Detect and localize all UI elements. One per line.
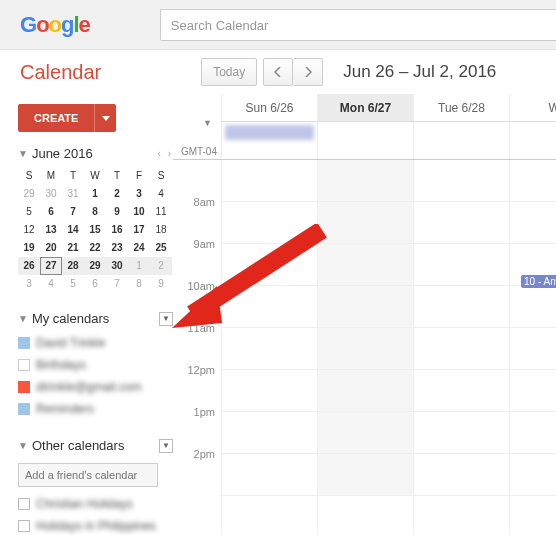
add-friend-input[interactable] — [18, 463, 158, 487]
mini-cal-day[interactable]: 30 — [40, 185, 62, 203]
mini-cal-day[interactable]: 13 — [40, 221, 62, 239]
time-label: 2pm — [173, 448, 221, 490]
today-button[interactable]: Today — [201, 58, 257, 86]
mini-cal-day[interactable]: 6 — [84, 275, 106, 293]
allday-collapse-icon[interactable]: ▼ — [203, 118, 212, 128]
my-calendars-menu-button[interactable]: ▼ — [159, 312, 173, 326]
mini-cal-day[interactable]: 31 — [62, 185, 84, 203]
prev-week-button[interactable] — [263, 58, 293, 86]
day-column[interactable] — [317, 160, 413, 535]
mini-cal-day[interactable]: 11 — [150, 203, 172, 221]
calendar-name: Reminders — [36, 402, 94, 416]
mini-cal-day[interactable]: 21 — [62, 239, 84, 257]
other-calendars-menu-button[interactable]: ▼ — [159, 439, 173, 453]
mini-cal-day[interactable]: 16 — [106, 221, 128, 239]
create-dropdown-button[interactable] — [94, 104, 116, 132]
allday-cell[interactable] — [509, 122, 556, 159]
mini-cal-day[interactable]: 2 — [150, 257, 172, 275]
mini-cal-day[interactable]: 22 — [84, 239, 106, 257]
mini-cal-day[interactable]: 2 — [106, 185, 128, 203]
mini-cal-day[interactable]: 7 — [62, 203, 84, 221]
mini-cal-day[interactable]: 3 — [18, 275, 40, 293]
search-input[interactable]: Search Calendar — [160, 9, 556, 41]
mini-cal-day[interactable]: 4 — [150, 185, 172, 203]
day-header[interactable]: Tue 6/28 — [413, 94, 509, 121]
calendar-name: David Trinkle — [36, 336, 105, 350]
mini-cal-dow: F — [128, 167, 150, 185]
mini-cal-day[interactable]: 19 — [18, 239, 40, 257]
mini-cal-day[interactable]: 20 — [40, 239, 62, 257]
day-header[interactable]: Mon 6/27 — [317, 94, 413, 121]
time-label: 11am — [173, 322, 221, 364]
mini-cal-day[interactable]: 8 — [84, 203, 106, 221]
app-title: Calendar — [20, 61, 101, 84]
mini-cal-day[interactable]: 4 — [40, 275, 62, 293]
mini-cal-day[interactable]: 29 — [84, 257, 106, 275]
day-column[interactable] — [221, 160, 317, 535]
mini-cal-day[interactable]: 9 — [106, 203, 128, 221]
mini-cal-day[interactable]: 12 — [18, 221, 40, 239]
time-label — [173, 154, 221, 196]
calendar-list-item[interactable]: Christian Holidays — [18, 493, 173, 515]
mini-calendar: SMTWTFS293031123456789101112131415161718… — [18, 167, 173, 293]
time-label: 8am — [173, 196, 221, 238]
mini-cal-month: June 2016 — [32, 146, 93, 161]
time-label: 9am — [173, 238, 221, 280]
calendar-list-item[interactable]: dtrinkle@gmail.com — [18, 376, 173, 398]
day-header[interactable]: Sun 6/26 — [221, 94, 317, 121]
mini-cal-collapse-icon[interactable]: ▼ — [18, 148, 28, 159]
calendar-name: Christian Holidays — [36, 497, 133, 511]
calendar-checkbox[interactable] — [18, 498, 30, 510]
mini-cal-day[interactable]: 3 — [128, 185, 150, 203]
mini-cal-day[interactable]: 23 — [106, 239, 128, 257]
mini-cal-next-button[interactable]: › — [168, 148, 171, 159]
mini-cal-day[interactable]: 30 — [106, 257, 128, 275]
mini-cal-dow: T — [62, 167, 84, 185]
day-column[interactable] — [413, 160, 509, 535]
day-header[interactable]: We — [509, 94, 556, 121]
calendar-checkbox[interactable] — [18, 520, 30, 532]
mini-cal-day[interactable]: 25 — [150, 239, 172, 257]
mini-cal-prev-button[interactable]: ‹ — [158, 148, 161, 159]
mini-cal-day[interactable]: 1 — [128, 257, 150, 275]
mini-cal-day[interactable]: 5 — [18, 203, 40, 221]
other-calendars-collapse-icon[interactable]: ▼ — [18, 440, 28, 451]
mini-cal-day[interactable]: 5 — [62, 275, 84, 293]
mini-cal-day[interactable]: 1 — [84, 185, 106, 203]
allday-cell[interactable] — [413, 122, 509, 159]
create-button[interactable]: CREATE — [18, 104, 94, 132]
mini-cal-day[interactable]: 28 — [62, 257, 84, 275]
next-week-button[interactable] — [293, 58, 323, 86]
my-calendars-collapse-icon[interactable]: ▼ — [18, 313, 28, 324]
calendar-list-item[interactable]: Holidays in Philippines — [18, 515, 173, 535]
calendar-name: Birthdays — [36, 358, 86, 372]
allday-cell[interactable] — [317, 122, 413, 159]
calendar-name: Holidays in Philippines — [36, 519, 156, 533]
mini-cal-day[interactable]: 7 — [106, 275, 128, 293]
allday-cell[interactable] — [221, 122, 317, 159]
time-label: 1pm — [173, 406, 221, 448]
mini-cal-day[interactable]: 27 — [40, 257, 62, 275]
time-label: 10am — [173, 280, 221, 322]
mini-cal-day[interactable]: 17 — [128, 221, 150, 239]
calendar-name: dtrinkle@gmail.com — [36, 380, 142, 394]
mini-cal-day[interactable]: 24 — [128, 239, 150, 257]
day-column[interactable] — [509, 160, 556, 535]
allday-event[interactable] — [225, 125, 314, 140]
calendar-list-item[interactable]: Birthdays — [18, 354, 173, 376]
mini-cal-day[interactable]: 15 — [84, 221, 106, 239]
mini-cal-day[interactable]: 29 — [18, 185, 40, 203]
mini-cal-dow: M — [40, 167, 62, 185]
mini-cal-day[interactable]: 10 — [128, 203, 150, 221]
mini-cal-dow: S — [18, 167, 40, 185]
mini-cal-day[interactable]: 14 — [62, 221, 84, 239]
mini-cal-day[interactable]: 18 — [150, 221, 172, 239]
calendar-list-item[interactable]: Reminders — [18, 398, 173, 420]
mini-cal-day[interactable]: 9 — [150, 275, 172, 293]
calendar-event[interactable]: 10 - An — [521, 275, 556, 288]
mini-cal-day[interactable]: 6 — [40, 203, 62, 221]
mini-cal-day[interactable]: 8 — [128, 275, 150, 293]
my-calendars-title: My calendars — [32, 311, 109, 326]
calendar-list-item[interactable]: David Trinkle — [18, 332, 173, 354]
mini-cal-day[interactable]: 26 — [18, 257, 40, 275]
